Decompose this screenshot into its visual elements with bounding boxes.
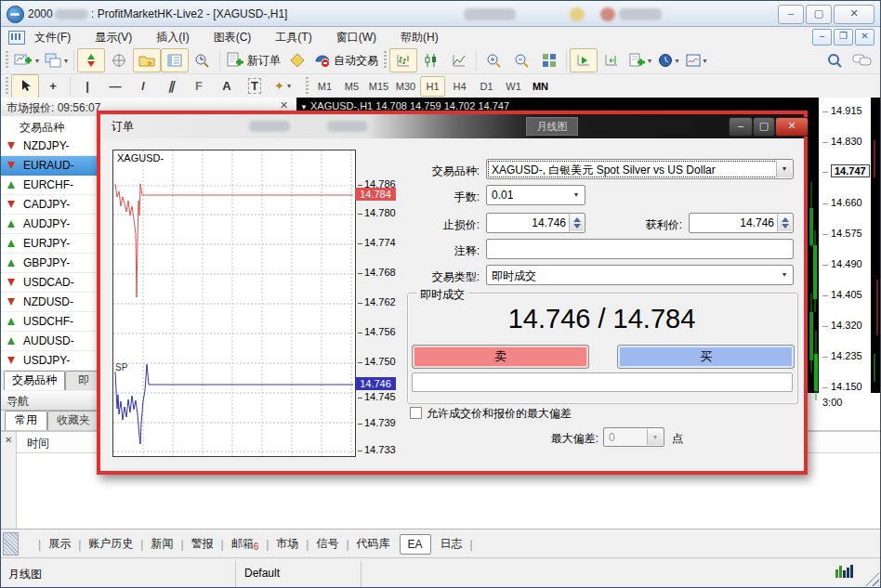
menu-view[interactable]: 显示(V) — [95, 30, 132, 46]
timeframe-m15[interactable]: M15 — [366, 76, 391, 97]
tab-account-history[interactable]: 账户历史 — [81, 533, 140, 555]
close-icon[interactable]: ✕ — [5, 435, 12, 445]
timeframe-h1[interactable]: H1 — [420, 76, 445, 97]
bar-chart-button[interactable] — [389, 48, 417, 72]
tile-windows-button[interactable] — [535, 48, 563, 72]
tab-alerts[interactable]: 警报 — [184, 533, 221, 555]
timeframe-h4[interactable]: H4 — [447, 76, 472, 97]
tab-common[interactable]: 常用 — [5, 411, 47, 430]
chevron-down-icon[interactable]: ▾ — [569, 187, 584, 203]
tab-market[interactable]: 市场 — [269, 533, 306, 555]
timeframe-w1[interactable]: W1 — [501, 76, 526, 97]
metaeditor-button[interactable] — [283, 48, 311, 72]
panel-grip[interactable] — [3, 532, 19, 555]
menu-insert[interactable]: 插入(I) — [156, 30, 189, 46]
text-label-button[interactable]: T — [241, 74, 269, 98]
menu-tools[interactable]: 工具(T) — [275, 30, 311, 46]
dialog-title-bar[interactable]: 订单 月线图 – ▢ ✕ — [100, 114, 804, 138]
tab-code-base[interactable]: 代码库 — [349, 533, 398, 555]
new-chart-button[interactable]: ▾ — [11, 48, 42, 72]
menu-file[interactable]: 文件(F) — [34, 30, 71, 46]
profiles-button[interactable]: ▾ — [42, 48, 71, 72]
symbol-select[interactable]: XAGUSD-, 白银美元 Spot Silver vs US Dollar ▾ — [486, 159, 794, 179]
terminal-button[interactable] — [161, 48, 189, 72]
up-arrow-icon — [7, 181, 15, 189]
tab-ea[interactable]: EA — [400, 534, 431, 555]
deviation-checkbox-label[interactable]: 允许成交价和报价的最大偏差 — [427, 406, 572, 422]
stoploss-input[interactable]: 14.746 — [486, 213, 585, 233]
menu-help[interactable]: 帮助(H) — [401, 30, 439, 46]
auto-scroll-button[interactable] — [570, 48, 598, 72]
chevron-down-icon[interactable]: ▾ — [777, 267, 792, 283]
separator — [70, 76, 71, 97]
tab-symbols[interactable]: 交易品种 — [4, 371, 65, 390]
menu-window[interactable]: 窗口(W) — [336, 30, 376, 46]
timeframe-d1[interactable]: D1 — [474, 76, 499, 97]
zoom-in-button[interactable] — [480, 48, 507, 72]
search-button[interactable] — [821, 48, 848, 72]
deviation-checkbox[interactable] — [410, 407, 422, 419]
text-button[interactable]: A — [213, 74, 241, 98]
crosshair-button[interactable]: + — [39, 74, 67, 98]
new-order-button[interactable]: 新订单 — [223, 48, 283, 72]
sell-button[interactable]: 卖 — [412, 345, 589, 369]
dialog-maximize-button[interactable]: ▢ — [753, 117, 775, 137]
timeframe-m1[interactable]: M1 — [312, 76, 337, 97]
order-type-select[interactable]: 即时成交 ▾ — [486, 265, 794, 285]
tab-news[interactable]: 新闻 — [143, 533, 180, 555]
maximize-button[interactable]: ▢ — [806, 5, 832, 24]
horizontal-line-button[interactable]: — — [101, 74, 129, 98]
mdi-minimize-button[interactable]: – — [812, 29, 832, 46]
tab-signals[interactable]: 信号 — [309, 533, 346, 555]
channel-button[interactable]: ∥ — [157, 74, 185, 98]
minimize-button[interactable]: – — [778, 5, 804, 24]
menu-charts[interactable]: 图表(C) — [214, 30, 252, 46]
navigator-button[interactable]: ★ — [133, 48, 161, 72]
tab-mailbox[interactable]: 邮箱6 — [224, 533, 267, 555]
timeframe-m30[interactable]: M30 — [393, 76, 418, 97]
comment-input[interactable] — [486, 239, 794, 259]
resize-grip[interactable] — [865, 572, 879, 586]
chevron-down-icon[interactable]: ▾ — [776, 161, 792, 177]
symbol-label: EURCHF- — [23, 178, 73, 191]
volume-select[interactable]: 0.01 ▾ — [486, 185, 585, 205]
toolbar-grip[interactable] — [6, 51, 8, 70]
autotrading-button[interactable]: 自动交易 — [311, 48, 381, 72]
cursor-button[interactable] — [11, 74, 39, 98]
timeframe-m5[interactable]: M5 — [339, 76, 364, 97]
strategy-tester-button[interactable] — [189, 48, 217, 72]
periods-button[interactable]: ▾ — [654, 48, 682, 72]
templates-button[interactable]: ▾ — [682, 48, 710, 72]
close-button[interactable]: ✕ — [834, 5, 874, 24]
data-window-button[interactable] — [105, 48, 133, 72]
toolbar-grip[interactable] — [384, 51, 387, 70]
dialog-minimize-button[interactable]: – — [729, 117, 753, 137]
dialog-close-button[interactable]: ✕ — [775, 117, 809, 137]
tab-journal[interactable]: 日志 — [433, 533, 470, 555]
market-watch-button[interactable] — [77, 48, 105, 72]
takeprofit-input[interactable]: 14.746 — [689, 213, 794, 233]
tab-favorites[interactable]: 收藏夹 — [47, 411, 99, 430]
chart-menu-icon[interactable] — [8, 31, 25, 45]
spinner-icon[interactable] — [569, 215, 584, 231]
chat-button[interactable] — [848, 48, 876, 72]
indicators-button[interactable]: ▾ — [625, 48, 654, 72]
chart-shift-button[interactable] — [598, 48, 625, 72]
zoom-out-button[interactable] — [507, 48, 535, 72]
timeframe-mn[interactable]: MN — [528, 76, 553, 97]
spinner-icon[interactable] — [777, 215, 792, 231]
tab-exposure[interactable]: 展示 — [41, 533, 78, 555]
arrows-button[interactable]: ✦ ▾ — [269, 74, 296, 98]
line-chart-button[interactable] — [445, 48, 473, 72]
mdi-close-button[interactable]: ✕ — [855, 29, 874, 46]
fibonacci-button[interactable]: F — [185, 74, 213, 98]
vertical-line-button[interactable]: | — [73, 74, 101, 98]
mdi-restore-button[interactable]: ❐ — [834, 29, 853, 46]
buy-button[interactable]: 买 — [617, 345, 795, 369]
candlestick-chart-button[interactable] — [417, 48, 445, 72]
toolbar-grip[interactable] — [6, 77, 8, 96]
tab-trade[interactable] — [23, 542, 38, 547]
toolbar-grip[interactable] — [306, 77, 309, 96]
status-profile[interactable]: Default — [244, 567, 280, 580]
trendline-button[interactable]: / — [129, 74, 157, 98]
